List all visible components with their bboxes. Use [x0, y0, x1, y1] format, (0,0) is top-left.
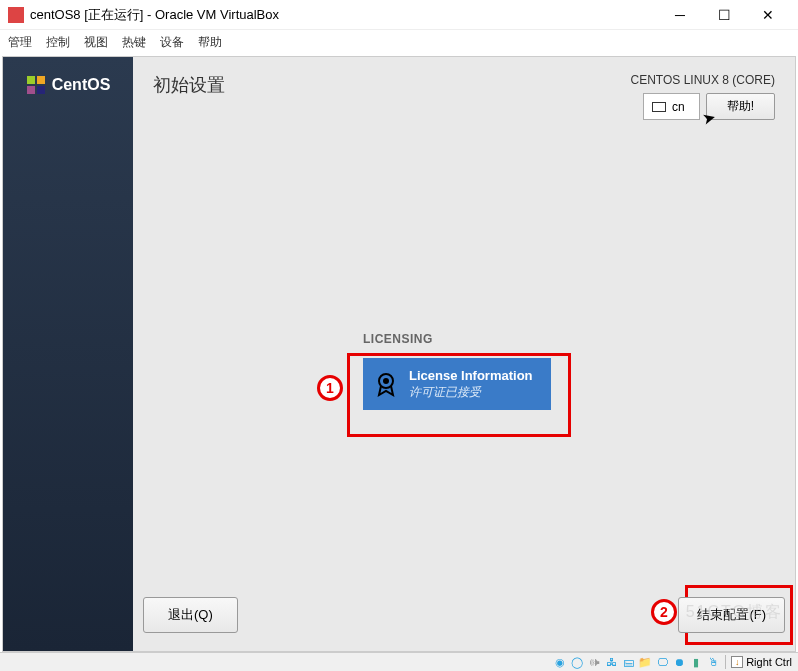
sb-recording-icon[interactable]: ⏺	[672, 655, 686, 669]
window-controls: ─ ☐ ✕	[668, 3, 790, 27]
licensing-section-label: LICENSING	[363, 332, 551, 346]
close-button[interactable]: ✕	[756, 3, 780, 27]
centos-logo-icon	[26, 75, 46, 95]
hostkey-status-icon: ↓	[731, 656, 743, 668]
menu-view[interactable]: 视图	[84, 34, 108, 51]
hostkey-label: Right Ctrl	[746, 656, 792, 668]
menubar: 管理 控制 视图 热键 设备 帮助	[0, 30, 798, 54]
licensing-section: LICENSING License Information 许可证已接受	[363, 332, 551, 410]
header-right: CENTOS LINUX 8 (CORE) cn 帮助!	[631, 73, 775, 120]
svg-rect-0	[27, 76, 35, 84]
quit-button[interactable]: 退出(Q)	[143, 597, 238, 633]
menu-devices[interactable]: 设备	[160, 34, 184, 51]
annotation-circle-1: 1	[317, 375, 343, 401]
sb-network-icon[interactable]: 🖧	[604, 655, 618, 669]
sb-optical-icon[interactable]: ◯	[570, 655, 584, 669]
svg-rect-2	[27, 86, 35, 94]
distro-label: CENTOS LINUX 8 (CORE)	[631, 73, 775, 87]
license-title: License Information	[409, 368, 533, 385]
license-badge-icon	[373, 371, 399, 397]
menu-help[interactable]: 帮助	[198, 34, 222, 51]
keyboard-layout-selector[interactable]: cn	[643, 93, 700, 120]
main-panel: 初始设置 CENTOS LINUX 8 (CORE) cn 帮助! ➤ LICE…	[133, 57, 795, 651]
menu-manage[interactable]: 管理	[8, 34, 32, 51]
license-information-button[interactable]: License Information 许可证已接受	[363, 358, 551, 410]
sb-hdd-icon[interactable]: ◉	[553, 655, 567, 669]
sb-mouse-icon[interactable]: 🖱	[706, 655, 720, 669]
centos-brand-text: CentOS	[52, 76, 111, 94]
license-subtitle: 许可证已接受	[409, 385, 533, 401]
window-title: centOS8 [正在运行] - Oracle VM VirtualBox	[30, 6, 668, 24]
vm-display: CentOS 初始设置 CENTOS LINUX 8 (CORE) cn 帮助!…	[2, 56, 796, 652]
sidebar: CentOS	[3, 57, 133, 651]
help-button[interactable]: 帮助!	[706, 93, 775, 120]
svg-point-5	[383, 378, 389, 384]
sb-audio-icon[interactable]: 🕪	[587, 655, 601, 669]
sb-cpu-icon[interactable]: ▮	[689, 655, 703, 669]
minimize-button[interactable]: ─	[668, 3, 692, 27]
menu-control[interactable]: 控制	[46, 34, 70, 51]
centos-brand: CentOS	[26, 75, 111, 95]
svg-rect-1	[37, 76, 45, 84]
keyboard-layout-value: cn	[672, 100, 685, 114]
annotation-circle-2: 2	[651, 599, 677, 625]
page-title: 初始设置	[153, 73, 225, 97]
virtualbox-icon	[8, 7, 24, 23]
svg-rect-3	[37, 86, 45, 94]
window-titlebar: centOS8 [正在运行] - Oracle VM VirtualBox ─ …	[0, 0, 798, 30]
keyboard-icon	[652, 102, 666, 112]
maximize-button[interactable]: ☐	[712, 3, 736, 27]
vm-statusbar: ◉ ◯ 🕪 🖧 🖴 📁 🖵 ⏺ ▮ 🖱 ↓ Right Ctrl	[0, 652, 798, 671]
sb-shared-folders-icon[interactable]: 📁	[638, 655, 652, 669]
sb-display-icon[interactable]: 🖵	[655, 655, 669, 669]
finish-config-button[interactable]: 结束配置(F)	[678, 597, 785, 633]
menu-hotkeys[interactable]: 热键	[122, 34, 146, 51]
page-header: 初始设置 CENTOS LINUX 8 (CORE) cn 帮助!	[153, 73, 775, 120]
sb-usb-icon[interactable]: 🖴	[621, 655, 635, 669]
hostkey-indicator[interactable]: ↓ Right Ctrl	[731, 656, 792, 668]
